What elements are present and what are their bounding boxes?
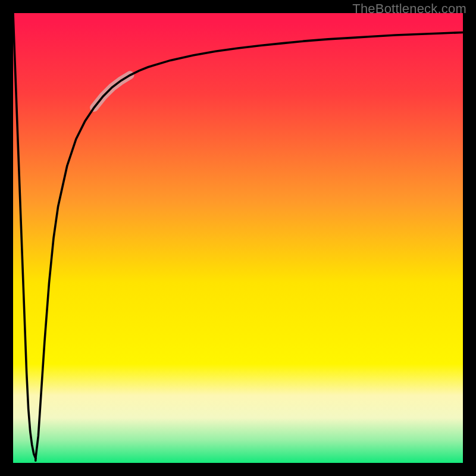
plot-area [13,13,463,463]
chart-stage: TheBottleneck.com [0,0,476,476]
left-drop-curve [13,13,36,458]
highlight-segment [94,75,130,107]
curve-layer [13,13,463,463]
